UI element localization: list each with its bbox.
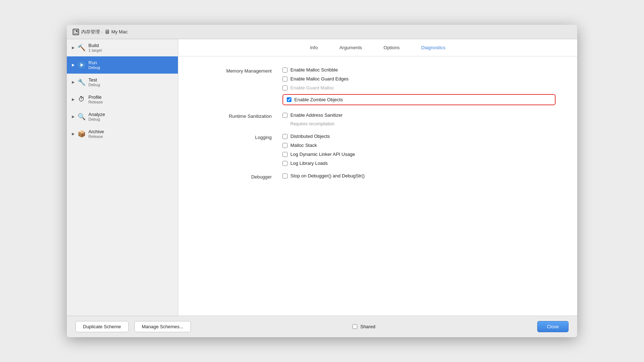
debugger-body: Stop on Debugger() and DebugStr()	[282, 173, 556, 178]
memory-management-label: Memory Management	[200, 67, 272, 74]
malloc-stack-row: Malloc Stack	[282, 143, 556, 148]
shared-checkbox[interactable]	[353, 324, 357, 329]
runtime-sanitization-body: Enable Address Sanitizer Requires recomp…	[282, 112, 556, 126]
right-panel: Info Arguments Options Diagnostics Memor…	[178, 39, 577, 316]
runtime-sanitization-section: Runtime Sanitization Enable Address Sani…	[200, 112, 556, 126]
sidebar: ▶ 🔨 Build 1 target ▶	[67, 39, 178, 316]
run-icon	[78, 61, 86, 69]
arrow-icon-profile: ▶	[72, 97, 75, 101]
profile-icon: ⏱	[78, 96, 86, 103]
diagnostics-panel: Memory Management Enable Malloc Scribble…	[178, 56, 577, 316]
sidebar-item-text-build: Build 1 target	[88, 43, 102, 52]
tab-diagnostics[interactable]: Diagnostics	[421, 44, 445, 51]
sidebar-item-build[interactable]: ▶ 🔨 Build 1 target	[67, 39, 178, 56]
memory-management-section: Memory Management Enable Malloc Scribble…	[200, 67, 556, 105]
requires-recompilation-label: Requires recompilation	[290, 121, 556, 126]
archive-icon: 📦	[78, 130, 86, 138]
breadcrumb-chevron: ›	[101, 30, 103, 34]
address-sanitizer-label[interactable]: Enable Address Sanitizer	[290, 112, 342, 118]
malloc-guard-edges-checkbox[interactable]	[282, 76, 288, 82]
stop-on-debugger-label[interactable]: Stop on Debugger() and DebugStr()	[290, 173, 365, 178]
stop-on-debugger-checkbox[interactable]	[282, 173, 288, 178]
arrow-icon-test: ▶	[72, 80, 75, 84]
arrow-icon-build: ▶	[72, 46, 75, 50]
sidebar-item-text-profile: Profile Release	[88, 94, 103, 104]
breadcrumb: 内存管理 › 🖥 My Mac	[81, 29, 128, 35]
title-bar: 内存管理 › 🖥 My Mac	[67, 25, 577, 39]
stop-on-debugger-row: Stop on Debugger() and DebugStr()	[282, 173, 556, 178]
main-content: ▶ 🔨 Build 1 target ▶	[67, 39, 577, 316]
distributed-objects-row: Distributed Objects	[282, 134, 556, 139]
malloc-guard-edges-label[interactable]: Enable Malloc Guard Edges	[290, 76, 349, 82]
sidebar-item-text-analyze: Analyze Debug	[88, 112, 105, 121]
sidebar-item-analyze[interactable]: ▶ 🔍 Analyze Debug	[67, 108, 178, 125]
duplicate-scheme-button[interactable]: Duplicate Scheme	[75, 321, 129, 332]
malloc-stack-checkbox[interactable]	[282, 143, 288, 148]
sidebar-item-text-archive: Archive Release	[88, 129, 104, 139]
guard-malloc-checkbox[interactable]	[282, 85, 288, 90]
shared-label[interactable]: Shared	[360, 324, 375, 329]
tabs-bar: Info Arguments Options Diagnostics	[178, 39, 577, 56]
log-library-loads-row: Log Library Loads	[282, 161, 556, 166]
log-library-loads-label[interactable]: Log Library Loads	[290, 161, 328, 166]
sidebar-item-archive[interactable]: ▶ 📦 Archive Release	[67, 125, 178, 143]
runtime-sanitization-label: Runtime Sanitization	[200, 112, 272, 119]
test-icon: 🔧	[78, 78, 86, 86]
app-icon	[73, 29, 79, 35]
close-button[interactable]: Close	[537, 321, 569, 332]
sidebar-item-profile[interactable]: ▶ ⏱ Profile Release	[67, 91, 178, 108]
malloc-guard-edges-row: Enable Malloc Guard Edges	[282, 76, 556, 82]
malloc-scribble-label[interactable]: Enable Malloc Scribble	[290, 67, 338, 73]
log-dynamic-linker-checkbox[interactable]	[282, 152, 288, 157]
logging-section: Logging Distributed Objects Malloc Stack	[200, 134, 556, 166]
address-sanitizer-row: Enable Address Sanitizer	[282, 112, 556, 118]
shared-row: Shared	[353, 324, 375, 329]
zombie-objects-checkbox[interactable]	[287, 97, 291, 102]
guard-malloc-row: Enable Guard Malloc	[282, 85, 556, 90]
malloc-scribble-row: Enable Malloc Scribble	[282, 67, 556, 73]
main-window: 内存管理 › 🖥 My Mac ▶ 🔨 Build 1 target ▶	[67, 25, 577, 337]
malloc-scribble-checkbox[interactable]	[282, 68, 288, 73]
bottom-bar: Duplicate Scheme Manage Schemes... Share…	[67, 316, 577, 337]
manage-schemes-button[interactable]: Manage Schemes...	[134, 321, 191, 332]
debugger-label: Debugger	[200, 173, 272, 180]
logging-body: Distributed Objects Malloc Stack Log Dyn…	[282, 134, 556, 166]
memory-management-body: Enable Malloc Scribble Enable Malloc Gua…	[282, 67, 556, 105]
debugger-section: Debugger Stop on Debugger() and DebugStr…	[200, 173, 556, 180]
sidebar-item-test[interactable]: ▶ 🔧 Test Debug	[67, 74, 178, 91]
log-dynamic-linker-label[interactable]: Log Dynamic Linker API Usage	[290, 152, 355, 157]
guard-malloc-text: Enable Guard Malloc	[290, 85, 334, 90]
log-library-loads-checkbox[interactable]	[282, 161, 288, 166]
svg-rect-1	[74, 31, 76, 33]
arrow-icon-archive: ▶	[72, 132, 75, 136]
log-dynamic-linker-row: Log Dynamic Linker API Usage	[282, 152, 556, 157]
distributed-objects-checkbox[interactable]	[282, 134, 288, 139]
monitor-icon: 🖥	[104, 29, 110, 35]
arrow-icon-run: ▶	[72, 63, 75, 67]
guard-malloc-label: Enable Guard Malloc	[290, 85, 334, 90]
analyze-icon: 🔍	[78, 113, 86, 121]
svg-rect-2	[76, 32, 77, 33]
tab-arguments[interactable]: Arguments	[339, 44, 362, 51]
zombie-objects-row: Enable Zombie Objects	[282, 94, 556, 105]
address-sanitizer-checkbox[interactable]	[282, 113, 288, 118]
sidebar-item-text-test: Test Debug	[88, 77, 100, 87]
arrow-icon-analyze: ▶	[72, 115, 75, 119]
tab-info[interactable]: Info	[310, 44, 318, 51]
malloc-stack-label[interactable]: Malloc Stack	[290, 143, 317, 148]
logging-label: Logging	[200, 134, 272, 140]
sidebar-item-run[interactable]: ▶ Run Debug	[67, 56, 178, 74]
tab-options[interactable]: Options	[383, 44, 400, 51]
distributed-objects-label[interactable]: Distributed Objects	[290, 134, 330, 139]
hammer-icon: 🔨	[78, 44, 86, 52]
sidebar-item-text-run: Run Debug	[88, 60, 100, 70]
zombie-objects-label[interactable]: Enable Zombie Objects	[294, 97, 343, 102]
